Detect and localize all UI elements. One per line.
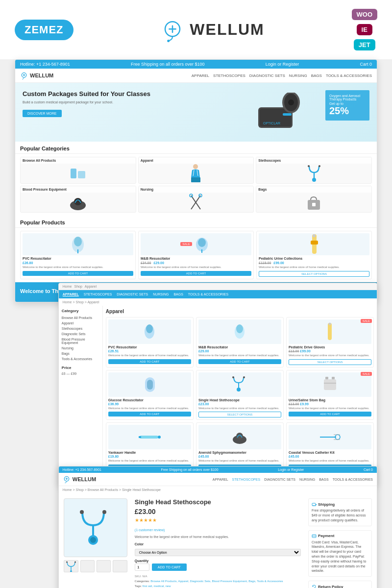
category-apparel[interactable]: Apparel: [138, 157, 254, 184]
category-img-apparel: [139, 164, 254, 183]
cat-topbar-home: Home: [63, 285, 72, 288]
cat-add-cart-6[interactable]: ADD TO CART: [289, 412, 371, 416]
prod-topbar-shipping: Free Shipping on all orders over $100: [161, 468, 219, 471]
product-img-2: SALE: [141, 233, 251, 255]
product-detail: Single Head Stethoscope £23.00 ★★★★★ (1 …: [59, 493, 377, 588]
sidebar-diagnostic[interactable]: Diagnostic Sets: [62, 331, 99, 337]
product-price-2: £34.00 £29.00: [141, 261, 251, 265]
prod-nav-tools[interactable]: TOOLS & ACCESSORIES: [333, 478, 373, 481]
prod-topbar-cart[interactable]: Cart 0: [364, 468, 373, 471]
sidebar-bags[interactable]: Bags: [62, 351, 99, 356]
prod-nav-diagnostic[interactable]: DIAGNOSTIC SETS: [264, 478, 295, 481]
hero-overlay-card: Oxygen and Aerosol Therapy Products Get …: [325, 90, 369, 121]
sidebar-stethoscopes[interactable]: Stethoscopes: [62, 326, 99, 331]
product-sidebar: Shipping Free shipping/delivery all orde…: [308, 498, 372, 588]
shipping-icon: [312, 502, 317, 507]
sidebar-bp[interactable]: Blood Pressure Equipment: [62, 337, 99, 345]
prod-nav-nursing[interactable]: NURSING: [299, 478, 315, 481]
hero-section: Custom Packages Suited for Your Classes …: [15, 83, 377, 142]
zemez-logo[interactable]: ZEMEZ: [15, 20, 74, 40]
color-select[interactable]: Choose An Option: [135, 549, 301, 556]
thumb-images: [64, 560, 127, 572]
payment-icon: [312, 534, 317, 539]
main-product-image[interactable]: [64, 498, 127, 557]
apparel-nurse-icon: [187, 164, 204, 183]
cat-prod-icon-3: [325, 322, 335, 342]
overlay-cta: Get up to: [329, 102, 366, 105]
cat-add-cart-1[interactable]: ADD TO CART: [108, 359, 191, 364]
category-nursing[interactable]: Nursing: [138, 186, 254, 213]
nav-bags[interactable]: BAGS: [311, 74, 322, 78]
cat-prod-img-8: [198, 425, 281, 449]
cat-add-cart-4[interactable]: ADD TO CART: [108, 412, 191, 416]
svg-point-13: [193, 164, 198, 169]
nav-diagnostic[interactable]: DIAGNOSTIC SETS: [249, 74, 285, 78]
nav-tools[interactable]: TOOLS & ACCESSORIES: [326, 74, 372, 78]
category-label-nursing: Nursing: [139, 186, 254, 193]
thumb-1[interactable]: [64, 560, 78, 572]
add-cart-big-btn[interactable]: ADD TO CART: [152, 564, 187, 571]
add-to-cart-btn-1[interactable]: ADD TO CART: [23, 271, 133, 276]
cat-prod-img-5: [198, 372, 281, 397]
sidebar-tools[interactable]: Tools & Accessories: [62, 356, 99, 362]
cat-select-3[interactable]: SELECT OPTIONS: [289, 359, 371, 365]
sidebar-apparel[interactable]: Apparel: [62, 320, 99, 326]
topbar-login[interactable]: Login or Register: [266, 62, 299, 67]
category-bags[interactable]: Bags: [256, 186, 372, 213]
svg-rect-55: [139, 436, 141, 438]
sidebar-browse[interactable]: Browse All Products: [62, 315, 99, 320]
prod-logo[interactable]: WELLUM: [63, 475, 96, 483]
sale-badge-2: SALE: [180, 242, 192, 246]
cat-prod-img-2: [198, 319, 281, 344]
prod-nav-bags[interactable]: BAGS: [319, 478, 328, 481]
cat-nav-nursing[interactable]: NURSING: [153, 293, 169, 296]
svg-rect-22: [74, 198, 82, 205]
prod-nav-apparel[interactable]: APPAREL: [213, 478, 228, 481]
sidebar-nursing[interactable]: Nursing: [62, 345, 99, 351]
topbar-cart[interactable]: Cart 0: [360, 62, 372, 67]
category-blood-pressure[interactable]: Blood Pressure Equipment: [20, 186, 136, 213]
cat-select-5[interactable]: SELECT OPTIONS: [198, 412, 281, 417]
select-options-btn-3[interactable]: SELECT OPTIONS: [259, 271, 369, 277]
home-logo[interactable]: WELLUM: [20, 72, 53, 79]
hero-discover-btn[interactable]: DISCOVER MORE: [23, 110, 62, 117]
svg-point-54: [158, 436, 161, 439]
product-name-1: PVC Resuscitator: [23, 257, 133, 260]
svg-rect-52: [332, 377, 335, 379]
cat-nav-stethoscopes[interactable]: STETHOSCOPES: [84, 293, 112, 296]
cat-prod-img-1: [108, 319, 191, 344]
cat-nav-apparel[interactable]: APPAREL: [63, 293, 79, 296]
cat-product-7: Yankauer Handle £19.80 Welcome to the la…: [106, 422, 194, 472]
top-header: ZEMEZ WELLUM WOO IE JET: [0, 0, 392, 59]
qty-row: ADD TO CART: [135, 564, 301, 571]
cat-nav-diagnostic[interactable]: DIAGNOSTIC SETS: [117, 293, 148, 296]
svg-rect-12: [78, 171, 85, 178]
cat-nav-bags[interactable]: BAGS: [173, 293, 183, 296]
prod-nav-stethoscopes[interactable]: STETHOSCOPES: [232, 478, 261, 481]
cat-nav-tools[interactable]: TOOLS & ACCESSORIES: [188, 293, 228, 296]
review-link[interactable]: (1 customer review): [135, 528, 165, 532]
cat-prod-price-7: £19.80: [108, 455, 191, 458]
add-to-cart-btn-2[interactable]: ADD TO CART: [141, 271, 251, 276]
thumb-4[interactable]: [113, 560, 127, 572]
thumb-3[interactable]: [97, 560, 111, 572]
nav-nursing[interactable]: NURSING: [289, 74, 307, 78]
nav-stethoscopes[interactable]: STETHOSCOPES: [213, 74, 245, 78]
product-card-2: SALE M&B Resuscitator £34.00 £29.00 Welc…: [138, 231, 254, 279]
cat-prod-name-5: Single Head Stethoscope: [198, 398, 281, 402]
nav-apparel[interactable]: APPAREL: [192, 74, 209, 78]
cat-prod-name-2: M&B Resuscitator: [198, 345, 281, 349]
qty-input[interactable]: [135, 564, 149, 571]
cat-prod-icon-5-stethoscope: [230, 376, 249, 393]
prod-topbar-login[interactable]: Login or Register: [278, 468, 304, 471]
cat-prod-desc-2: Welcome to the largest online store of h…: [198, 354, 281, 358]
product-name-3: Pediatric Urine Collections: [259, 257, 369, 260]
thumb-2[interactable]: [80, 560, 95, 572]
category-stethoscopes[interactable]: Stethoscopes: [256, 157, 372, 184]
cat-add-cart-2[interactable]: ADD TO CART: [198, 359, 281, 364]
preview-home: Hotline: +1 234-567-8901 Free Shipping o…: [15, 59, 377, 302]
category-browse-all[interactable]: Browse All Products: [20, 157, 136, 184]
prod-topbar-hotline: Hotline: +1 234-567-8901: [63, 468, 101, 471]
cat-prod-name-8: Aneroid Sphygmomanometer: [198, 451, 281, 454]
product-price-1: £26.80: [23, 261, 133, 265]
